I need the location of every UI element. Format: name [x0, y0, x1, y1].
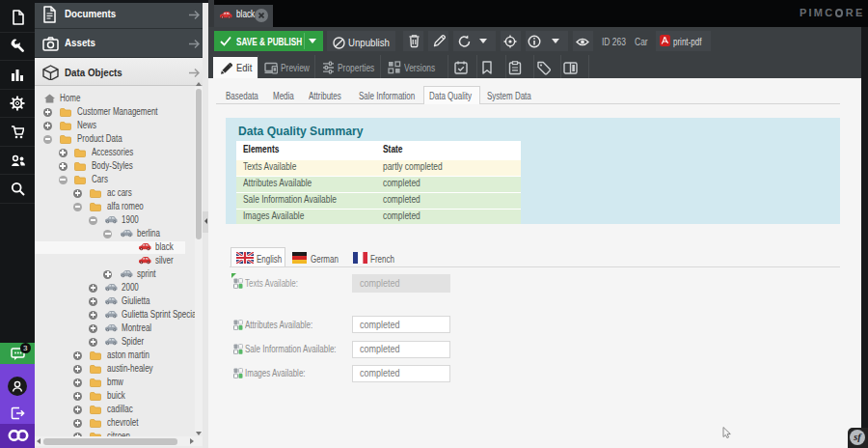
- svg-text:sf: sf: [853, 432, 862, 442]
